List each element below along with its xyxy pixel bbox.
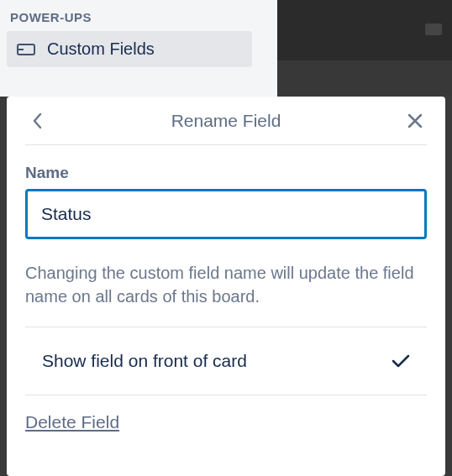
back-button[interactable] xyxy=(25,109,49,133)
close-icon xyxy=(407,112,423,129)
powerups-heading: POWER-UPS xyxy=(7,10,271,24)
checkmark-icon xyxy=(392,353,410,369)
board-background xyxy=(277,0,452,97)
name-label: Name xyxy=(25,164,427,182)
close-button[interactable] xyxy=(403,109,427,133)
popup-title: Rename Field xyxy=(171,111,281,131)
delete-field-link[interactable]: Delete Field xyxy=(25,412,119,432)
popup-header: Rename Field xyxy=(25,97,427,145)
custom-fields-icon xyxy=(17,44,35,55)
form-section: Name Changing the custom field name will… xyxy=(25,145,427,327)
delete-section: Delete Field xyxy=(25,395,427,449)
sidebar-panel: POWER-UPS Custom Fields xyxy=(0,0,277,97)
name-input[interactable] xyxy=(25,189,427,239)
powerup-item-label: Custom Fields xyxy=(47,39,155,59)
help-text: Changing the custom field name will upda… xyxy=(25,261,427,327)
show-on-front-toggle[interactable]: Show field on front of card xyxy=(25,327,427,395)
chevron-left-icon xyxy=(31,112,43,130)
rename-field-popup: Rename Field Name Changing the custom fi… xyxy=(7,97,445,476)
powerup-custom-fields[interactable]: Custom Fields xyxy=(7,31,252,67)
toggle-label: Show field on front of card xyxy=(42,351,247,371)
